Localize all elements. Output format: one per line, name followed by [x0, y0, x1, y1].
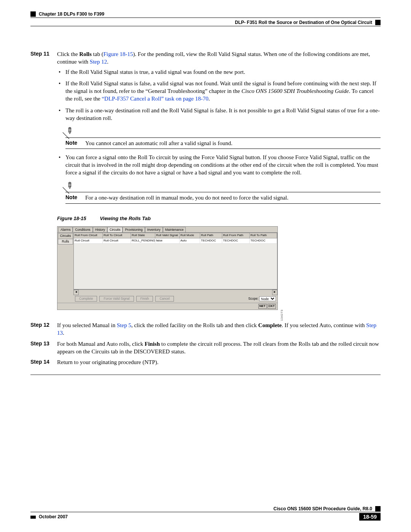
footer-square-icon [375, 506, 381, 511]
step-ref-link[interactable]: Step 5 [117, 322, 131, 328]
col-header[interactable]: Roll To Circuit [103, 233, 131, 238]
pencil-icon: ✎ [63, 124, 78, 139]
figure-caption: Figure 18-15Viewing the Rolls Tab [57, 215, 381, 222]
note-block: ✎ Note For a one-way destination roll in… [65, 181, 381, 204]
list-item: The roll is a one-way destination roll a… [57, 107, 381, 122]
scope-select[interactable]: Node [259, 296, 276, 301]
note-text: You cannot cancel an automatic roll afte… [85, 139, 381, 147]
step-body: Return to your originating procedure (NT… [57, 358, 381, 367]
col-header[interactable]: Roll Mode [180, 233, 200, 238]
side-tab-rolls[interactable]: Rolls [58, 239, 73, 244]
step-label: Step 11 [30, 50, 57, 320]
step-label: Step 12 [30, 321, 57, 339]
finish-button[interactable]: Finish [136, 296, 153, 302]
footer-date: October 2007 [39, 514, 68, 519]
complete-button[interactable]: Complete [75, 296, 97, 302]
net-indicator: NET [258, 304, 267, 309]
rolls-table: Roll From Circuit Roll To Circuit Roll S… [73, 233, 277, 289]
step-label: Step 13 [30, 340, 57, 357]
chapter-title: Chapter 18 DLPs F300 to F399 [39, 11, 104, 17]
step-label: Step 14 [30, 358, 57, 367]
force-valid-signal-button[interactable]: Force Valid Signal [99, 296, 134, 302]
list-item: If the Roll Valid Signal status is true,… [57, 68, 381, 76]
col-header[interactable]: Roll To Path [250, 233, 277, 238]
note-label: Note [65, 194, 85, 201]
top-tabs: Alarms Conditions History Circuits Provi… [57, 227, 277, 233]
figure-image-id: 134273 [280, 310, 284, 321]
section-title: DLP- F351 Roll the Source or Destination… [235, 20, 372, 25]
col-header[interactable]: Roll Path [200, 233, 222, 238]
page-footer: Cisco ONS 15600 SDH Procedure Guide, R8.… [30, 506, 381, 521]
col-header[interactable]: Roll Valid Signal [155, 233, 180, 238]
note-label: Note [65, 139, 85, 147]
tab-conditions[interactable]: Conditions [73, 227, 92, 232]
section-square-icon [375, 20, 381, 25]
side-tab-circuits[interactable]: Circuits [58, 233, 73, 239]
tab-provisioning[interactable]: Provisioning [123, 227, 145, 232]
chapter-header: Chapter 18 DLPs F300 to F399 [30, 11, 381, 18]
guide-title: Cisco ONS 15600 SDH Procedure Guide, R8.… [274, 506, 372, 511]
table-row[interactable]: Roll Circuit Roll Circuit ROLL_PENDING f… [74, 238, 277, 243]
cancel-button[interactable]: Cancel [155, 296, 174, 302]
header-square-icon [30, 11, 36, 17]
figure-ref-link[interactable]: Figure 18-15 [104, 51, 133, 57]
tab-circuits[interactable]: Circuits [107, 227, 123, 232]
ckt-indicator: CKT [268, 304, 276, 309]
page-number: 18-59 [359, 513, 381, 521]
list-item: You can force a signal onto the Roll To … [57, 153, 381, 177]
col-header[interactable]: Roll State [131, 233, 155, 238]
note-text: For a one-way destination roll in manual… [85, 194, 381, 201]
step-ref-link[interactable]: Step 12 [90, 59, 107, 65]
col-header[interactable]: Roll From Path [222, 233, 250, 238]
list-item: If the Roll Valid Signal status is false… [57, 80, 381, 103]
col-header[interactable]: Roll From Circuit [74, 233, 103, 238]
pencil-icon: ✎ [63, 179, 78, 194]
tab-inventory[interactable]: Inventory [145, 227, 163, 232]
step-body: Click the Rolls tab (Figure 18-15). For … [57, 50, 381, 320]
scope-label: Scope: [249, 297, 258, 301]
tab-alarms[interactable]: Alarms [58, 227, 73, 232]
section-header: DLP- F351 Roll the Source or Destination… [30, 20, 381, 26]
note-block: ✎ Note You cannot cancel an automatic ro… [65, 126, 381, 149]
empty-grid-area [74, 243, 277, 289]
scroll-left-icon[interactable]: ◄ [73, 290, 79, 295]
tab-maintenance[interactable]: Maintenance [163, 227, 186, 232]
task-ref-link[interactable]: “DLP-F357 Cancel a Roll” task on page 18… [102, 96, 208, 102]
scroll-right-icon[interactable]: ► [272, 290, 277, 295]
section-divider [30, 374, 381, 375]
step-body: For both Manual and Auto rolls, click Fi… [57, 340, 381, 357]
step-body: If you selected Manual in Step 5, click … [57, 321, 381, 339]
tab-history[interactable]: History [93, 227, 107, 232]
rolls-tab-screenshot: Alarms Conditions History Circuits Provi… [57, 226, 278, 310]
footer-bar-icon [30, 516, 36, 519]
